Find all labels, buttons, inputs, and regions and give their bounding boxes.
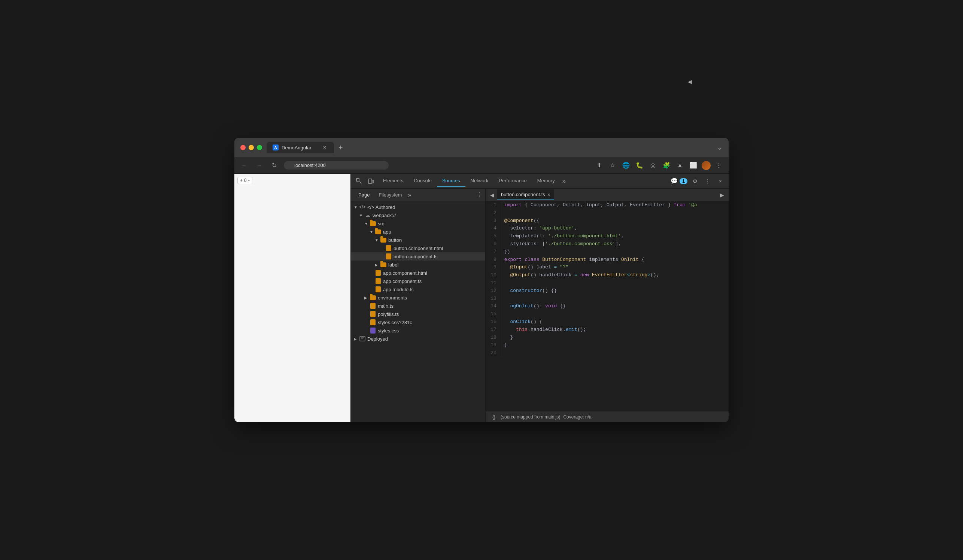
panel-menu-button[interactable]: ⋮ bbox=[476, 191, 482, 198]
button-folder-icon bbox=[380, 237, 387, 243]
app-html-item[interactable]: ▶ app.component.html bbox=[351, 269, 485, 277]
maximize-button[interactable] bbox=[257, 145, 262, 150]
bug-icon[interactable]: 🐛 bbox=[634, 160, 645, 171]
main-ts-item[interactable]: ▶ main.ts bbox=[351, 302, 485, 310]
app-ts-item[interactable]: ▶ app.component.ts bbox=[351, 277, 485, 285]
button-ts-item[interactable]: ▶ button.component.ts bbox=[351, 252, 485, 261]
more-options-button[interactable]: ⋮ bbox=[702, 176, 713, 186]
deployed-item[interactable]: ▶ Deployed bbox=[351, 335, 485, 343]
address-bar: ← → ↻ 🔒 ⬆ ☆ 🌐 🐛 ◎ 🧩 ▲ ⬜ ⋮ bbox=[234, 157, 729, 174]
tab-sources[interactable]: Sources bbox=[437, 175, 465, 187]
environments-folder-icon bbox=[370, 295, 376, 301]
code-editor[interactable]: 1 import { Component, OnInit, Input, Out… bbox=[486, 201, 729, 411]
address-input[interactable] bbox=[284, 161, 389, 170]
console-icon: 💬 bbox=[671, 177, 678, 185]
tab-memory[interactable]: Memory bbox=[532, 175, 560, 187]
deployed-label: Deployed bbox=[367, 336, 388, 342]
puzzle-icon[interactable]: 🧩 bbox=[661, 160, 672, 171]
code-line-11: 11 bbox=[486, 279, 729, 287]
expand-arrow-label: ▶ bbox=[375, 263, 380, 267]
webpack-item[interactable]: ▼ ☁ webpack:// bbox=[351, 211, 485, 219]
tab-close-button[interactable]: × bbox=[321, 144, 328, 151]
settings-button[interactable]: ⚙ bbox=[690, 176, 700, 186]
polyfills-label: polyfills.ts bbox=[378, 311, 399, 317]
tab-elements[interactable]: Elements bbox=[378, 175, 409, 187]
code-line-15: 15 bbox=[486, 310, 729, 318]
new-tab-button[interactable]: + bbox=[336, 142, 346, 154]
polyfills-icon bbox=[370, 311, 376, 317]
button-html-item[interactable]: ▶ button.component.html bbox=[351, 244, 485, 252]
code-line-10: 10 @Output() handleClick = new EventEmit… bbox=[486, 271, 729, 279]
app-item[interactable]: ▼ app bbox=[351, 228, 485, 236]
menu-icon[interactable]: ⋮ bbox=[713, 160, 724, 171]
pretty-print-button[interactable]: {} bbox=[490, 414, 498, 420]
navigate-back-button[interactable]: ◀ bbox=[487, 190, 497, 200]
filesystem-tab[interactable]: Filesystem bbox=[374, 190, 406, 200]
app-folder-icon bbox=[375, 229, 381, 235]
forward-button[interactable]: → bbox=[254, 160, 264, 171]
styles-css-item[interactable]: ▶ styles.css bbox=[351, 327, 485, 335]
refresh-button[interactable]: ↻ bbox=[269, 160, 279, 171]
expand-arrow-webpack: ▼ bbox=[359, 214, 364, 217]
code-line-12: 12 constructor() {} bbox=[486, 287, 729, 295]
label-folder-item[interactable]: ▶ label bbox=[351, 261, 485, 269]
code-tab-button-ts[interactable]: button.component.ts × bbox=[497, 189, 554, 200]
traffic-lights bbox=[240, 145, 262, 150]
profile-icon[interactable] bbox=[702, 161, 711, 170]
app-module-item[interactable]: ▶ app.module.ts bbox=[351, 285, 485, 293]
svg-rect-2 bbox=[368, 179, 372, 183]
tabs-more-button[interactable]: » bbox=[560, 175, 568, 188]
styles-231c-label: styles.css?231c bbox=[378, 320, 412, 325]
inspect-element-button[interactable] bbox=[354, 176, 364, 186]
bookmark-icon[interactable]: ☆ bbox=[607, 160, 618, 171]
window-dropdown[interactable]: ⌄ bbox=[717, 143, 723, 152]
code-line-2: 2 bbox=[486, 209, 729, 217]
panel-tabs-more[interactable]: » bbox=[407, 189, 413, 201]
expand-arrow-authored: ▼ bbox=[354, 205, 359, 209]
code-line-3: 3 @Component({ bbox=[486, 217, 729, 225]
extension-icon[interactable]: ⬜ bbox=[688, 160, 699, 171]
app-html-label: app.component.html bbox=[383, 270, 427, 276]
page-tab[interactable]: Page bbox=[354, 190, 374, 200]
zoom-minus[interactable]: - bbox=[248, 178, 250, 183]
webpage-area: + 0 - bbox=[234, 174, 350, 422]
back-button[interactable]: ← bbox=[239, 160, 250, 171]
code-line-9: 9 @Input() label = "?" bbox=[486, 264, 729, 271]
src-label: src bbox=[378, 221, 384, 227]
coverage-text: Coverage: n/a bbox=[563, 414, 591, 420]
code-line-8: 8 export class ButtonComponent implement… bbox=[486, 256, 729, 264]
tab-network[interactable]: Network bbox=[465, 175, 494, 187]
close-devtools-button[interactable]: × bbox=[715, 176, 726, 186]
src-folder-icon bbox=[370, 220, 376, 227]
share-icon[interactable]: ⬆ bbox=[594, 160, 604, 171]
styles-231c-item[interactable]: ▶ styles.css?231c bbox=[351, 318, 485, 327]
minimize-button[interactable] bbox=[249, 145, 254, 150]
code-tab-arrow-button[interactable]: ▶ bbox=[717, 190, 727, 200]
svg-line-1 bbox=[360, 181, 361, 183]
expand-arrow-deployed: ▶ bbox=[354, 337, 359, 341]
code-line-18: 18 } bbox=[486, 334, 729, 342]
code-line-4: 4 selector: 'app-button', bbox=[486, 225, 729, 233]
zoom-plus[interactable]: + bbox=[240, 178, 243, 183]
tab-console[interactable]: Console bbox=[409, 175, 437, 187]
test-icon[interactable]: ▲ bbox=[675, 160, 685, 171]
polyfills-item[interactable]: ▶ polyfills.ts bbox=[351, 310, 485, 318]
authored-item[interactable]: ▼ </> </> Authored bbox=[351, 203, 485, 211]
earth-icon[interactable]: 🌐 bbox=[621, 160, 631, 171]
browser-tab[interactable]: A DemoAngular × bbox=[267, 142, 334, 153]
code-tab-close-button[interactable]: × bbox=[547, 192, 550, 197]
vpn-icon[interactable]: ◎ bbox=[648, 160, 658, 171]
src-item[interactable]: ▼ src bbox=[351, 219, 485, 228]
code-line-16: 16 onClick() { bbox=[486, 318, 729, 326]
button-folder-item[interactable]: ▼ button bbox=[351, 236, 485, 244]
code-tab-label: button.component.ts bbox=[501, 192, 545, 197]
code-line-7: 7 }) bbox=[486, 248, 729, 256]
expand-arrow-app: ▼ bbox=[370, 230, 375, 234]
close-button[interactable] bbox=[240, 145, 246, 150]
code-tabs: ◀ button.component.ts × ▶ bbox=[486, 189, 729, 201]
app-label: app bbox=[383, 229, 391, 235]
device-toggle-button[interactable] bbox=[366, 176, 376, 186]
environments-item[interactable]: ▶ environments bbox=[351, 293, 485, 302]
expand-arrow-environments: ▶ bbox=[364, 296, 370, 300]
tab-performance[interactable]: Performance bbox=[493, 175, 532, 187]
